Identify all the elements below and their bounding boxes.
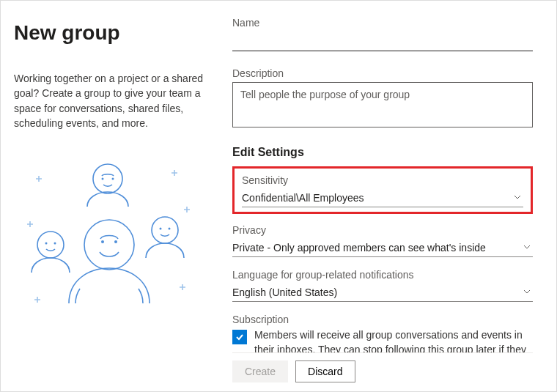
svg-point-10	[160, 228, 162, 230]
footer-bar: Create Discard	[232, 352, 533, 391]
svg-point-7	[45, 243, 48, 245]
checkmark-icon	[235, 332, 245, 342]
svg-point-3	[93, 164, 122, 193]
name-input[interactable]	[232, 32, 533, 51]
create-button[interactable]: Create	[232, 360, 288, 382]
edit-settings-heading: Edit Settings	[232, 146, 533, 159]
subscription-checkbox[interactable]	[232, 330, 247, 344]
svg-point-6	[37, 232, 64, 258]
svg-point-4	[102, 178, 104, 180]
svg-point-9	[152, 217, 178, 243]
description-label: Description	[232, 67, 533, 79]
intro-text: Working together on a project or a share…	[14, 71, 206, 130]
subscription-label: Subscription	[232, 314, 533, 325]
sensitivity-value: Confidential\All Employees	[242, 192, 364, 204]
chevron-down-icon	[523, 286, 531, 298]
privacy-select[interactable]: Private - Only approved members can see …	[232, 239, 533, 257]
sensitivity-label: Sensitivity	[242, 174, 523, 186]
sensitivity-highlight: Sensitivity Confidential\All Employees	[232, 166, 533, 214]
svg-point-0	[84, 220, 134, 270]
chevron-down-icon	[513, 192, 522, 204]
language-label: Language for group-related notifications	[232, 269, 533, 281]
language-value: English (United States)	[232, 286, 337, 298]
page-title: New group	[14, 21, 206, 45]
language-select[interactable]: English (United States)	[232, 284, 533, 302]
sensitivity-select[interactable]: Confidential\All Employees	[242, 189, 523, 207]
description-input[interactable]	[232, 82, 533, 127]
svg-point-2	[114, 240, 117, 243]
svg-point-1	[101, 240, 104, 243]
discard-button[interactable]: Discard	[295, 360, 355, 382]
group-illustration	[14, 157, 204, 318]
svg-point-5	[112, 178, 114, 180]
name-label: Name	[232, 17, 533, 29]
svg-point-8	[54, 243, 56, 245]
svg-point-11	[169, 228, 171, 230]
privacy-label: Privacy	[232, 224, 533, 236]
privacy-value: Private - Only approved members can see …	[232, 242, 486, 254]
chevron-down-icon	[523, 242, 531, 254]
